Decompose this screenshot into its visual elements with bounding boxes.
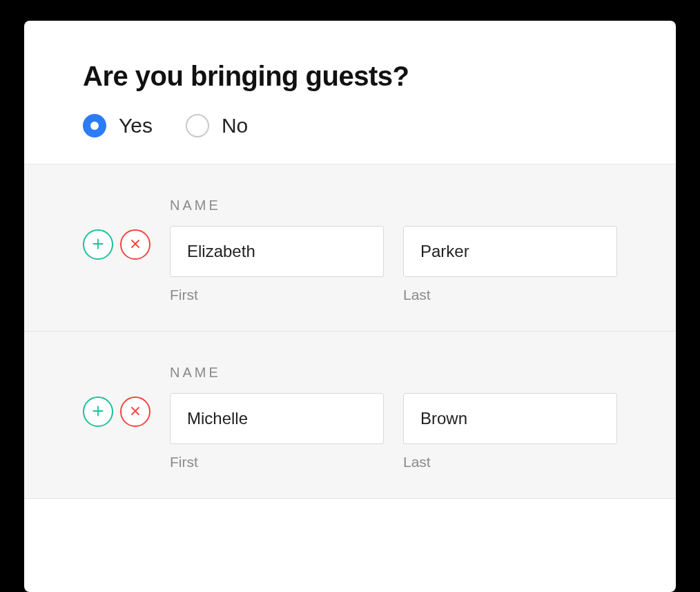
guests-list: NAME First Last — [24, 164, 676, 499]
first-name-sublabel: First — [170, 454, 384, 470]
form-card: Are you bringing guests? Yes No — [24, 21, 676, 592]
close-icon — [128, 237, 142, 253]
radio-unselected-icon — [186, 114, 209, 137]
last-name-input[interactable] — [403, 393, 617, 444]
last-name-sublabel: Last — [403, 287, 617, 303]
radio-group-guests: Yes No — [83, 114, 617, 137]
guest-row: NAME First Last — [24, 164, 676, 332]
last-name-sublabel: Last — [403, 454, 617, 470]
add-guest-button[interactable] — [83, 229, 113, 260]
name-section-label: NAME — [170, 198, 617, 213]
remove-guest-button[interactable] — [120, 229, 150, 260]
plus-icon — [91, 404, 105, 420]
last-name-input[interactable] — [403, 226, 617, 277]
row-actions — [83, 198, 150, 260]
radio-option-no[interactable]: No — [186, 114, 248, 137]
row-actions — [83, 365, 150, 427]
add-guest-button[interactable] — [83, 397, 113, 427]
radio-label-yes: Yes — [119, 114, 153, 137]
first-name-input[interactable] — [170, 393, 384, 444]
guest-row: NAME First Last — [24, 332, 676, 499]
radio-selected-icon — [83, 114, 106, 137]
form-header: Are you bringing guests? Yes No — [24, 21, 676, 164]
remove-guest-button[interactable] — [120, 397, 150, 427]
first-name-sublabel: First — [170, 287, 384, 303]
plus-icon — [91, 237, 105, 253]
radio-label-no: No — [222, 114, 248, 137]
name-section-label: NAME — [170, 365, 617, 381]
first-name-input[interactable] — [170, 226, 384, 277]
close-icon — [128, 404, 142, 420]
question-heading: Are you bringing guests? — [83, 61, 617, 92]
radio-option-yes[interactable]: Yes — [83, 114, 153, 137]
